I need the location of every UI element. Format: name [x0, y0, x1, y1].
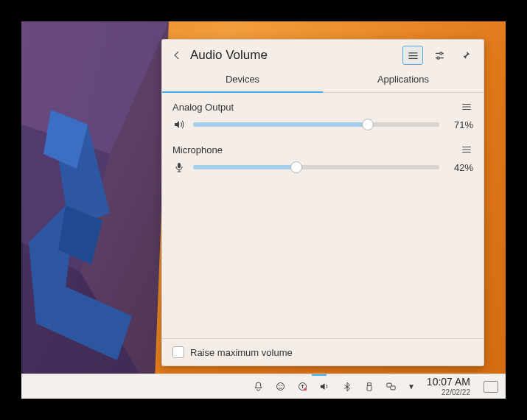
tray-active-indicator	[312, 374, 327, 376]
popup-footer: Raise maximum volume	[162, 338, 484, 365]
volume-tray-icon[interactable]	[319, 381, 331, 393]
volume-percent: 42%	[447, 162, 473, 173]
speaker-icon[interactable]	[172, 118, 186, 131]
clock[interactable]: 10:07 AM 22/02/22	[427, 377, 470, 396]
volume-slider[interactable]	[193, 161, 439, 173]
taskbar: ▼ 10:07 AM 22/02/22	[21, 374, 506, 399]
svg-rect-6	[178, 163, 181, 168]
clock-time: 10:07 AM	[427, 377, 470, 388]
back-button[interactable]	[170, 48, 184, 63]
svg-point-4	[439, 52, 442, 54]
microphone-icon[interactable]	[172, 161, 186, 174]
volume-slider[interactable]	[193, 119, 439, 130]
device-microphone: Microphone 42%	[172, 143, 473, 174]
svg-rect-13	[367, 385, 371, 391]
desktop: Audio Volume Devices Applications	[21, 21, 506, 399]
svg-point-8	[279, 385, 280, 387]
svg-rect-12	[368, 382, 371, 385]
svg-point-11	[304, 388, 307, 391]
updates-icon[interactable]	[297, 381, 309, 393]
clock-date: 22/02/22	[427, 388, 470, 396]
device-analog-output: Analog Output 71%	[172, 100, 473, 131]
keyboard-layout-icon[interactable]	[275, 381, 287, 393]
bluetooth-icon[interactable]	[341, 381, 353, 393]
svg-point-9	[282, 385, 283, 387]
raise-max-volume-label: Raise maximum volume	[190, 347, 293, 358]
show-desktop-button[interactable]	[484, 381, 498, 393]
device-menu-button[interactable]	[460, 143, 473, 156]
system-tray: ▼	[253, 381, 415, 393]
tray-expand-arrow[interactable]: ▼	[408, 382, 415, 391]
tabs: Devices Applications	[162, 68, 484, 93]
device-label: Analog Output	[172, 102, 234, 113]
svg-point-7	[277, 383, 285, 391]
volume-percent: 71%	[447, 119, 473, 130]
slider-thumb[interactable]	[290, 161, 302, 173]
svg-point-5	[437, 57, 439, 59]
popup-title: Audio Volume	[190, 48, 397, 63]
device-menu-button[interactable]	[460, 100, 473, 113]
audio-volume-popup: Audio Volume Devices Applications	[161, 39, 484, 366]
tab-applications[interactable]: Applications	[323, 68, 484, 93]
usb-device-icon[interactable]	[363, 381, 375, 393]
hamburger-menu-button[interactable]	[402, 46, 423, 65]
raise-max-volume-checkbox[interactable]	[172, 346, 184, 358]
devices-pane: Analog Output 71%	[162, 93, 484, 338]
notifications-icon[interactable]	[253, 381, 265, 393]
configure-button[interactable]	[429, 46, 450, 65]
slider-thumb[interactable]	[362, 119, 374, 130]
network-icon[interactable]	[385, 381, 397, 393]
pin-button[interactable]	[456, 46, 476, 65]
tab-devices[interactable]: Devices	[162, 68, 323, 93]
popup-header: Audio Volume	[162, 40, 484, 68]
svg-rect-15	[391, 386, 395, 390]
device-label: Microphone	[172, 144, 223, 155]
